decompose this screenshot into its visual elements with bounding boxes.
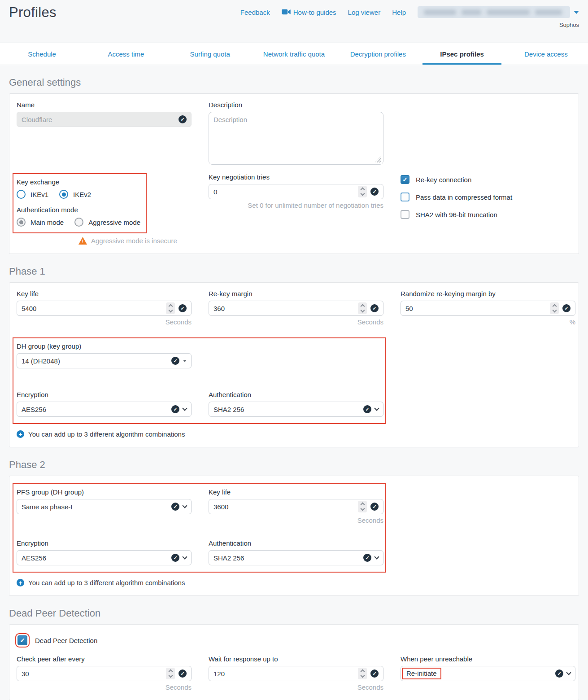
rekey-connection-checkbox[interactable]: ✓: [401, 175, 409, 184]
rekey-connection-row: ✓ Re-key connection: [401, 175, 575, 184]
dpd-when-unreachable-select[interactable]: Re-initiate ✓: [401, 666, 575, 681]
howto-guides-link[interactable]: How-to guides: [282, 9, 336, 16]
ikev2-radio[interactable]: [59, 190, 68, 199]
number-stepper[interactable]: [358, 668, 367, 679]
valid-check-icon: ✓: [179, 115, 187, 123]
aggressive-mode-warning: ! Aggressive mode is insecure: [78, 237, 192, 245]
number-stepper[interactable]: [358, 302, 367, 314]
help-link[interactable]: Help: [392, 9, 406, 16]
tab-access-time[interactable]: Access time: [84, 43, 168, 65]
name-value: [22, 116, 179, 123]
number-stepper[interactable]: [166, 668, 175, 679]
phase1-dh-group-select[interactable]: 14 (DH2048) ✓: [17, 353, 192, 368]
dpd-check-peer-input[interactable]: ✓: [17, 666, 192, 681]
dpd-panel: ✓ Dead Peer Detection Check peer after e…: [9, 624, 579, 700]
phase1-rekey-margin-hint: Seconds: [209, 318, 383, 326]
dpd-check-peer-value[interactable]: [22, 670, 166, 678]
phase1-dh-group: DH group (key group) 14 (DH2048) ✓: [17, 342, 192, 368]
dpd-wait-response-input[interactable]: ✓: [209, 666, 383, 681]
tab-surfing-quota[interactable]: Surfing quota: [168, 43, 252, 65]
phase1-encryption-select[interactable]: AES256 ✓: [17, 402, 192, 417]
phase1-randomize-input[interactable]: ✓: [401, 301, 575, 316]
phase2-encryption-select[interactable]: AES256 ✓: [17, 550, 192, 565]
phase1-algorithms-annotation-box: DH group (key group) 14 (DH2048) ✓ Encry…: [13, 337, 386, 424]
key-negotiation-value[interactable]: [213, 188, 358, 196]
warning-icon: !: [78, 237, 87, 245]
dpd-wait-response-group: Wait for response up to ✓ Seconds: [209, 655, 383, 691]
phase1-encryption-label: Encryption: [17, 391, 192, 398]
phase2-key-life-hint: Seconds: [209, 516, 383, 524]
key-negotiation-input[interactable]: ✓: [209, 184, 383, 199]
number-stepper[interactable]: [358, 501, 367, 512]
valid-check-icon: ✓: [562, 304, 571, 312]
phase1-key-life-input[interactable]: ✓: [17, 301, 192, 316]
dpd-wait-response-label: Wait for response up to: [209, 655, 383, 663]
log-viewer-link[interactable]: Log viewer: [348, 9, 381, 16]
chevron-down-icon: [374, 406, 379, 411]
dpd-wait-response-hint: Seconds: [209, 683, 383, 691]
tab-device-access[interactable]: Device access: [504, 43, 588, 65]
phase1-authentication-label: Authentication: [209, 391, 383, 398]
phase1-add-note-text: You can add up to 3 different algorithm …: [28, 430, 185, 438]
feedback-link[interactable]: Feedback: [240, 9, 270, 16]
phase2-key-life-group: Key life ✓ Seconds: [209, 488, 383, 524]
name-field-group: Name ✓: [17, 101, 192, 127]
number-stepper[interactable]: [358, 186, 367, 197]
tab-schedule[interactable]: Schedule: [0, 43, 84, 65]
valid-check-icon: ✓: [370, 503, 379, 511]
phase1-rekey-margin-input[interactable]: ✓: [209, 301, 383, 316]
phase1-key-life-value[interactable]: [22, 305, 166, 312]
add-icon[interactable]: +: [17, 430, 24, 438]
phase2-key-life-input[interactable]: ✓: [209, 499, 383, 514]
phase1-rekey-margin-value[interactable]: [213, 305, 358, 312]
tab-ipsec-profiles[interactable]: IPsec profiles: [420, 43, 504, 65]
dpd-wait-response-value[interactable]: [213, 670, 358, 678]
dpd-when-unreachable-label: When peer unreachable: [401, 655, 575, 663]
phase2-key-life-value[interactable]: [213, 503, 358, 511]
description-textarea[interactable]: [209, 112, 383, 165]
phase2-authentication-value: SHA2 256: [213, 554, 244, 562]
phase2-authentication-label: Authentication: [209, 539, 383, 547]
phase1-randomize-value[interactable]: [405, 305, 550, 312]
phase1-key-life-group: Key life ✓ Seconds: [17, 290, 192, 326]
key-negotiation-hint: Set 0 for unlimited number of negotiatio…: [209, 201, 383, 209]
account-dropdown[interactable]: [418, 6, 570, 18]
valid-check-icon: ✓: [171, 503, 179, 511]
phase1-add-combination-note: + You can add up to 3 different algorith…: [17, 430, 571, 438]
aggressive-mode-radio: [74, 218, 83, 227]
add-icon[interactable]: +: [17, 579, 24, 586]
ikev1-radio[interactable]: [17, 190, 26, 199]
phase2-pfs-select[interactable]: Same as phase-I ✓: [17, 499, 192, 514]
chevron-down-icon: [183, 360, 187, 362]
phase1-authentication-select[interactable]: SHA2 256 ✓: [209, 402, 383, 417]
valid-check-icon: ✓: [171, 357, 179, 365]
redacted-text: [487, 10, 530, 15]
name-label: Name: [17, 101, 192, 109]
valid-check-icon: ✓: [171, 405, 179, 413]
phase1-rekey-margin-label: Re-key margin: [209, 290, 383, 298]
compressed-format-label: Pass data in compressed format: [416, 193, 512, 201]
warning-text: Aggressive mode is insecure: [91, 237, 177, 245]
header-links: Feedback How-to guides Log viewer Help: [240, 6, 579, 18]
sha2-truncation-checkbox[interactable]: [401, 210, 409, 219]
phase2-authentication-select[interactable]: SHA2 256 ✓: [209, 550, 383, 565]
phase2-pfs-value: Same as phase-I: [22, 503, 72, 511]
phase1-authentication-value: SHA2 256: [213, 406, 244, 413]
chevron-down-icon: [182, 406, 187, 411]
dpd-enable-checkbox[interactable]: ✓: [17, 635, 27, 645]
phase2-encryption-label: Encryption: [17, 539, 192, 547]
auth-mode-label: Authentication mode: [17, 206, 141, 214]
main-mode-radio: [17, 218, 26, 227]
phase1-panel: Key life ✓ Seconds Re-key margin ✓: [9, 282, 579, 447]
redacted-text: [535, 10, 562, 15]
tab-decryption-profiles[interactable]: Decryption profiles: [336, 43, 420, 65]
ikev1-label: IKEv1: [30, 191, 48, 198]
phase1-randomize-label: Randomize re-keying margin by: [401, 290, 575, 298]
phase2-add-combination-note: + You can add up to 3 different algorith…: [17, 579, 571, 586]
compressed-format-checkbox[interactable]: [401, 192, 409, 201]
general-settings-heading: General settings: [9, 77, 579, 88]
number-stepper[interactable]: [166, 302, 175, 314]
description-label: Description: [209, 101, 383, 109]
tab-network-traffic-quota[interactable]: Network traffic quota: [252, 43, 336, 65]
number-stepper[interactable]: [550, 302, 559, 314]
